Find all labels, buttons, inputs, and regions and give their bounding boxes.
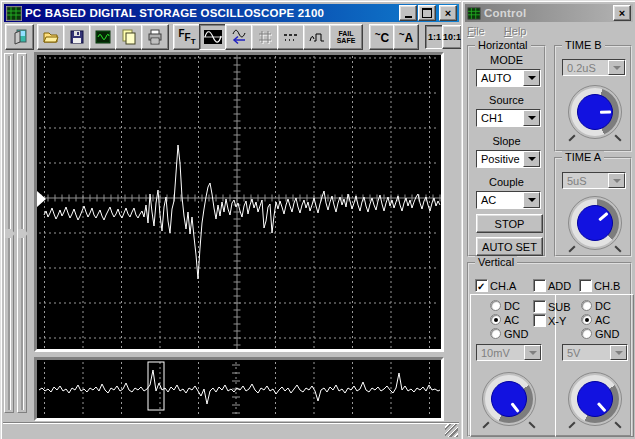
couple-dropdown-button[interactable] <box>523 192 540 208</box>
app-icon <box>6 6 22 21</box>
print-button[interactable] <box>141 24 169 50</box>
minimize-icon <box>405 16 412 18</box>
ch-a-range-select: 10mV <box>476 344 542 361</box>
ch-b-checkbox[interactable]: ✓ <box>579 279 592 292</box>
calibrate-c-button[interactable]: ~C <box>369 24 395 50</box>
exit-door-icon <box>12 29 28 45</box>
ch-b-gnd-radio[interactable] <box>581 328 592 339</box>
square-wave-button[interactable] <box>303 24 331 50</box>
ch-a-position-thumb[interactable] <box>5 229 15 238</box>
maximize-button[interactable] <box>418 5 436 21</box>
knob-pointer <box>600 110 611 113</box>
ch-a-checkbox[interactable]: ✓ <box>475 279 488 292</box>
capture-screen-button[interactable] <box>89 24 117 50</box>
scope-screen-icon <box>95 29 111 45</box>
source-select[interactable]: CH1 <box>476 109 541 127</box>
sub-checkbox[interactable]: ✓ <box>533 300 546 313</box>
ch-a-gnd-radio[interactable] <box>490 328 501 339</box>
sine-to-square-icon <box>309 30 325 44</box>
ch-b-position-slider[interactable] <box>17 53 27 413</box>
maximize-icon <box>422 8 432 18</box>
knob-pointer <box>511 402 520 413</box>
stop-button[interactable]: STOP <box>476 214 543 233</box>
status-bar <box>3 422 459 438</box>
minimize-button[interactable] <box>399 5 417 21</box>
ch-a-gain-knob[interactable] <box>482 372 536 426</box>
slope-dropdown-button[interactable] <box>523 151 540 167</box>
fail-safe-button[interactable]: FAILSAFE <box>329 24 363 50</box>
ch-a-label: CH.A <box>490 280 516 292</box>
save-button[interactable] <box>63 24 91 50</box>
auto-set-label: AUTO SET <box>482 241 537 253</box>
time-a-group: TIME A 5uS <box>554 157 632 257</box>
ch-a-ac-radio[interactable] <box>490 314 501 325</box>
probe-1-1-label: 1:1 <box>428 33 441 42</box>
main-window: PC BASED DIGITAL STORAGE OSCILLOSCOPE 21… <box>0 0 463 439</box>
stop-label: STOP <box>495 218 525 230</box>
time-b-knob[interactable] <box>568 85 622 139</box>
auto-set-button[interactable]: AUTO SET <box>476 237 543 256</box>
time-b-group: TIME B 0.2uS <box>554 45 632 152</box>
chevron-down-icon <box>528 116 536 124</box>
main-titlebar[interactable]: PC BASED DIGITAL STORAGE OSCILLOSCOPE 21… <box>4 4 459 22</box>
ch-a-range-value: 10mV <box>481 347 510 359</box>
xy-checkbox[interactable]: ✓ <box>533 314 546 327</box>
knob-tick <box>568 245 575 252</box>
control-close-button[interactable]: × <box>613 5 631 21</box>
ch-b-ac-radio[interactable] <box>581 314 592 325</box>
window-title: PC BASED DIGITAL STORAGE OSCILLOSCOPE 21… <box>25 7 396 19</box>
resize-grip[interactable] <box>445 424 458 437</box>
close-button[interactable]: × <box>439 5 457 21</box>
mode-select[interactable]: AUTO <box>476 69 541 87</box>
mode-dropdown-button[interactable] <box>523 70 540 86</box>
waveform-display-button[interactable] <box>199 24 227 50</box>
calibrate-a-button[interactable]: ~A <box>393 24 419 50</box>
ch-a-position-slider[interactable] <box>4 53 14 413</box>
exit-button[interactable] <box>5 24 34 50</box>
open-button[interactable] <box>37 24 65 50</box>
knob-tick <box>614 134 621 141</box>
chevron-down-icon <box>528 198 536 206</box>
overview-scope-display <box>34 357 444 421</box>
chevron-down-icon <box>528 76 536 84</box>
time-b-group-label: TIME B <box>562 39 605 51</box>
fft-button[interactable]: FFT <box>173 24 201 50</box>
couple-value: AC <box>481 194 496 206</box>
waveform-recall-button[interactable] <box>225 24 253 50</box>
ch-a-ac-label: AC <box>504 314 519 326</box>
ch-b-dc-radio[interactable] <box>581 300 592 311</box>
calibrate-c-label: ~C <box>375 30 390 44</box>
add-checkbox[interactable]: ✓ <box>533 279 546 292</box>
ch-a-range-dropdown-button <box>524 345 541 360</box>
close-icon: × <box>619 8 625 18</box>
source-dropdown-button[interactable] <box>523 110 540 126</box>
ch-b-position-thumb[interactable] <box>18 229 28 238</box>
menu-file[interactable]: File <box>467 25 485 37</box>
zoom-selection-box[interactable] <box>148 362 164 410</box>
dotted-line-button[interactable] <box>277 24 305 50</box>
ch-a-gnd-label: GND <box>504 328 528 340</box>
menu-help[interactable]: Help <box>504 25 527 37</box>
control-titlebar[interactable]: Control × <box>465 4 633 22</box>
time-a-knob[interactable] <box>568 196 622 250</box>
time-b-value: 0.2uS <box>567 62 596 74</box>
chevron-down-icon <box>615 351 623 359</box>
probe-10-1-button[interactable]: 10:1 <box>442 25 462 49</box>
vertical-group-label: Vertical <box>475 256 517 268</box>
trigger-level-marker[interactable] <box>37 191 46 207</box>
chevron-down-icon <box>613 66 621 74</box>
probe-10-1-label: 10:1 <box>443 33 461 42</box>
printer-icon <box>147 29 163 45</box>
control-window: Control × File Help Horizontal MODE AUTO… <box>461 0 635 439</box>
control-window-title: Control <box>484 7 610 19</box>
slope-select[interactable]: Positive <box>476 150 541 168</box>
ch-b-label: CH.B <box>594 280 620 292</box>
couple-select[interactable]: AC <box>476 191 541 209</box>
copy-button[interactable] <box>115 24 143 50</box>
grid-button[interactable] <box>251 24 279 50</box>
ch-a-dc-radio[interactable] <box>490 300 501 311</box>
main-scope-display <box>34 52 444 352</box>
ch-b-ac-label: AC <box>595 314 610 326</box>
time-b-select: 0.2uS <box>562 59 626 76</box>
ch-b-gain-knob[interactable] <box>568 372 622 426</box>
